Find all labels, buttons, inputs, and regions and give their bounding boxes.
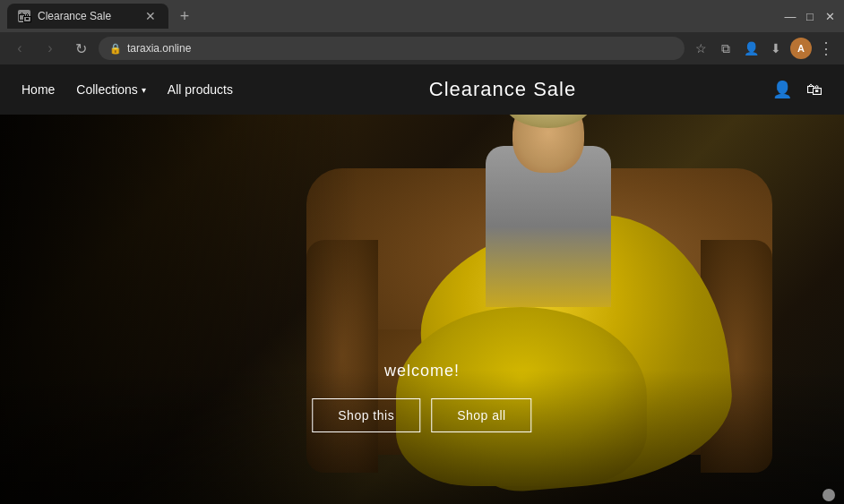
browser-menu-button[interactable]: ⋮ [815, 38, 837, 59]
url-input[interactable]: 🔒 taraxia.online [99, 37, 685, 60]
account-nav-icon[interactable]: 👤 [772, 80, 792, 99]
account-icon[interactable]: 👤 [740, 38, 762, 59]
store-title-area: Clearance Sale [233, 78, 772, 101]
window-controls: — □ ✕ [783, 9, 837, 23]
hero-section: welcome! Shop this Shop all [0, 115, 844, 504]
forward-button[interactable]: › [38, 36, 63, 61]
browser-window: 🛍 Clearance Sale ✕ + — □ ✕ ‹ › ↻ 🔒 tarax… [0, 0, 844, 504]
nav-home-link[interactable]: Home [22, 82, 55, 97]
minimize-button[interactable]: — [783, 9, 797, 23]
nav-left-links: Home Collections ▾ All products [22, 82, 233, 97]
hero-background [0, 115, 844, 504]
downloads-icon[interactable]: ⬇ [765, 38, 787, 59]
new-tab-button[interactable]: + [172, 4, 197, 29]
refresh-button[interactable]: ↻ [68, 36, 93, 61]
hero-buttons: Shop this Shop all [312, 398, 531, 432]
tab-bar: 🛍 Clearance Sale ✕ + — □ ✕ [0, 0, 844, 32]
tab-favicon: 🛍 [18, 10, 30, 22]
nav-right-icons: 👤 🛍 [772, 80, 822, 99]
nav-all-products-link[interactable]: All products [168, 82, 233, 97]
webpage-content: Home Collections ▾ All products Clearanc… [0, 64, 844, 504]
close-button[interactable]: ✕ [822, 9, 837, 23]
profile-avatar[interactable]: A [790, 38, 812, 59]
hero-content: welcome! Shop this Shop all [312, 362, 531, 432]
tab-close-button[interactable]: ✕ [143, 9, 158, 23]
collections-chevron-icon: ▾ [142, 85, 146, 95]
store-title: Clearance Sale [429, 78, 576, 101]
bookmarks-icon[interactable]: ☆ [690, 38, 711, 59]
shop-all-button[interactable]: Shop all [431, 398, 532, 432]
back-button[interactable]: ‹ [7, 36, 32, 61]
shop-this-button[interactable]: Shop this [312, 398, 420, 432]
cart-nav-icon[interactable]: 🛍 [806, 81, 822, 99]
active-tab[interactable]: 🛍 Clearance Sale ✕ [7, 4, 168, 29]
toolbar-icons: ☆ ⧉ 👤 ⬇ A ⋮ [690, 38, 837, 59]
nav-collections-link[interactable]: Collections ▾ [76, 82, 145, 97]
accessibility-icon[interactable] [822, 489, 835, 501]
tab-title: Clearance Sale [38, 10, 136, 22]
hero-welcome-text: welcome! [384, 362, 460, 380]
extensions-icon[interactable]: ⧉ [715, 38, 736, 59]
maximize-button[interactable]: □ [803, 9, 817, 23]
store-navigation: Home Collections ▾ All products Clearanc… [0, 64, 844, 115]
address-bar: ‹ › ↻ 🔒 taraxia.online ☆ ⧉ 👤 ⬇ A ⋮ [0, 32, 844, 64]
